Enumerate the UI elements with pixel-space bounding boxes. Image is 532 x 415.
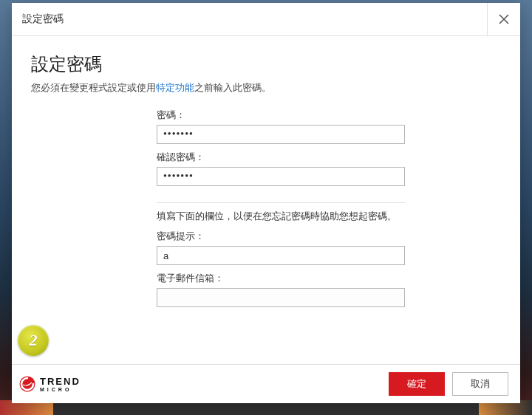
password-input[interactable]: ●●●●●●● — [157, 125, 405, 144]
section-divider — [157, 202, 405, 203]
footer-buttons: 確定 取消 — [389, 372, 508, 396]
close-button[interactable] — [487, 3, 520, 35]
brand-text-top: TREND — [40, 377, 81, 386]
confirm-password-value: ●●●●●●● — [163, 172, 194, 179]
brand-logo: TREND MICRO — [19, 376, 81, 392]
email-input[interactable] — [157, 288, 405, 307]
page-heading: 設定密碼 — [31, 52, 501, 76]
titlebar: 設定密碼 — [12, 3, 520, 36]
password-label: 密碼： — [157, 109, 405, 122]
trend-micro-icon — [19, 376, 35, 392]
step-badge: 2 — [18, 325, 49, 356]
brand-text-bottom: MICRO — [40, 387, 81, 392]
password-hint-label: 密碼提示： — [157, 230, 405, 243]
description-before: 您必須在變更程式設定或使用 — [31, 83, 156, 93]
close-icon — [499, 14, 509, 24]
password-dialog: 設定密碼 設定密碼 您必須在變更程式設定或使用特定功能之前輸入此密碼。 密碼： … — [12, 3, 520, 403]
form-area: 密碼： ●●●●●●● 確認密碼： ●●●●●●● 填寫下面的欄位，以便在您忘記… — [157, 109, 405, 307]
titlebar-title: 設定密碼 — [22, 13, 64, 26]
recovery-help-text: 填寫下面的欄位，以便在您忘記密碼時協助您想起密碼。 — [157, 210, 405, 223]
brand-text: TREND MICRO — [40, 377, 81, 392]
password-hint-input[interactable] — [157, 246, 405, 265]
content-area: 設定密碼 您必須在變更程式設定或使用特定功能之前輸入此密碼。 密碼： ●●●●●… — [12, 36, 520, 364]
special-features-link[interactable]: 特定功能 — [156, 83, 194, 93]
email-label: 電子郵件信箱： — [157, 272, 405, 285]
confirm-password-label: 確認密碼： — [157, 151, 405, 164]
step-number: 2 — [30, 331, 38, 350]
description-after: 之前輸入此密碼。 — [194, 83, 271, 93]
password-value: ●●●●●●● — [163, 130, 194, 137]
page-description: 您必須在變更程式設定或使用特定功能之前輸入此密碼。 — [31, 82, 501, 95]
ok-button[interactable]: 確定 — [389, 372, 445, 396]
cancel-button[interactable]: 取消 — [452, 372, 508, 396]
confirm-password-input[interactable]: ●●●●●●● — [157, 167, 405, 186]
footer: TREND MICRO 確定 取消 — [12, 364, 520, 403]
